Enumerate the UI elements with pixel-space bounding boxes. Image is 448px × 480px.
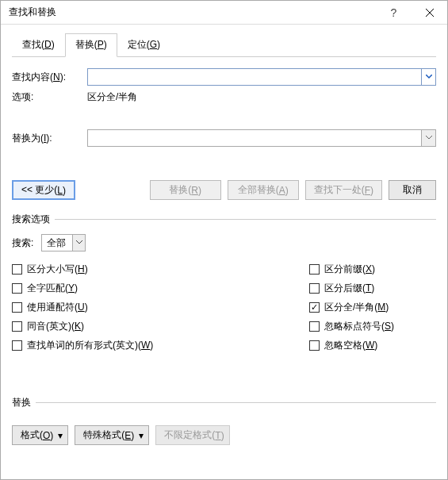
find-row: 查找内容(N): [12, 68, 436, 86]
options-label: 选项: [12, 90, 87, 104]
checkbox-left-1[interactable]: 全字匹配(Y) [12, 278, 309, 298]
dialog-body: 查找(D) 替换(P) 定位(G) 查找内容(N): 选项: 区分全/半角 [1, 25, 447, 456]
checkbox-right-3[interactable]: 忽略标点符号(S) [309, 317, 436, 336]
checkbox-left-2[interactable]: 使用通配符(U) [12, 298, 309, 317]
chevron-down-icon [72, 235, 85, 251]
search-options-legend: 搜索选项 [12, 213, 55, 226]
replace-format-legend: 替换 [12, 396, 36, 409]
replace-row: 替换为(I): [12, 129, 436, 147]
options-value: 区分全/半角 [87, 90, 137, 104]
checkbox-box [309, 340, 320, 351]
caret-down-icon: ▾ [139, 430, 144, 441]
checkbox-right-4[interactable]: 忽略空格(W) [309, 336, 436, 355]
checkbox-box [309, 264, 320, 275]
checkbox-left-4[interactable]: 查找单词的所有形式(英文)(W) [12, 336, 309, 355]
checkbox-box [12, 283, 22, 294]
find-input[interactable] [87, 68, 422, 86]
checkbox-box [309, 321, 320, 332]
find-next-button[interactable]: 查找下一处(F) [305, 180, 382, 200]
checkbox-right-1[interactable]: 区分后缀(T) [309, 278, 436, 298]
chevron-down-icon [426, 136, 432, 140]
checkbox-left-0[interactable]: 区分大小写(H) [12, 259, 309, 278]
chevron-down-icon [426, 75, 432, 79]
tab-replace[interactable]: 替换(P) [65, 33, 117, 57]
replace-history-dropdown[interactable] [422, 129, 436, 147]
cancel-button[interactable]: 取消 [389, 180, 436, 200]
checkbox-right-0[interactable]: 区分前缀(X) [309, 259, 436, 278]
titlebar: 查找和替换 ? [1, 1, 447, 25]
replace-label: 替换为(I): [12, 132, 87, 145]
tabstrip: 查找(D) 替换(P) 定位(G) [12, 33, 436, 57]
checkbox-box [12, 340, 22, 351]
search-direction-select[interactable]: 全部 [41, 234, 86, 252]
replace-button[interactable]: 替换(R) [150, 180, 221, 200]
checkbox-col-right: 区分前缀(X)区分后缀(T)区分全/半角(M)忽略标点符号(S)忽略空格(W) [309, 259, 436, 355]
window-title: 查找和替换 [9, 6, 376, 19]
checkbox-box [12, 302, 22, 313]
checkbox-box [309, 283, 320, 294]
checkbox-label: 区分全/半角(M) [324, 301, 389, 314]
checkbox-label: 使用通配符(U) [27, 301, 88, 314]
search-direction-row: 搜索: 全部 [12, 234, 436, 252]
less-button[interactable]: << 更少(L) [12, 180, 75, 200]
checkbox-label: 全字匹配(Y) [27, 282, 78, 295]
help-button[interactable]: ? [376, 1, 412, 25]
replace-all-button[interactable]: 全部替换(A) [228, 180, 299, 200]
no-format-button[interactable]: 不限定格式(T) [155, 425, 229, 445]
checkbox-label: 区分后缀(T) [324, 282, 374, 295]
search-direction-value: 全部 [42, 236, 72, 250]
tab-goto[interactable]: 定位(G) [117, 33, 170, 57]
special-format-button[interactable]: 特殊格式(E) ▾ [75, 425, 149, 445]
search-direction-label: 搜索: [12, 236, 33, 250]
checkbox-label: 忽略空格(W) [324, 339, 377, 352]
replace-format-group: 替换 格式(O) ▾ 特殊格式(E) ▾ 不限定格式(T) [12, 396, 436, 445]
checkbox-columns: 区分大小写(H)全字匹配(Y)使用通配符(U)同音(英文)(K)查找单词的所有形… [12, 259, 436, 355]
checkbox-left-3[interactable]: 同音(英文)(K) [12, 317, 309, 336]
find-label: 查找内容(N): [12, 71, 87, 84]
close-button[interactable] [412, 1, 447, 25]
replace-input[interactable] [87, 129, 422, 147]
checkbox-box [12, 321, 22, 332]
checkbox-box [12, 264, 22, 275]
tab-find[interactable]: 查找(D) [12, 33, 65, 57]
options-row: 选项: 区分全/半角 [12, 90, 436, 104]
caret-down-icon: ▾ [58, 430, 63, 441]
checkbox-label: 忽略标点符号(S) [324, 320, 394, 333]
checkbox-label: 区分大小写(H) [27, 263, 88, 276]
format-buttons: 格式(O) ▾ 特殊格式(E) ▾ 不限定格式(T) [12, 425, 436, 445]
find-history-dropdown[interactable] [422, 68, 436, 86]
find-replace-dialog: 查找和替换 ? 查找(D) 替换(P) 定位(G) 查找内容(N): [0, 0, 448, 480]
checkbox-col-left: 区分大小写(H)全字匹配(Y)使用通配符(U)同音(英文)(K)查找单词的所有形… [12, 259, 309, 355]
checkbox-label: 查找单词的所有形式(英文)(W) [27, 339, 153, 352]
format-button[interactable]: 格式(O) ▾ [12, 425, 68, 445]
checkbox-label: 区分前缀(X) [324, 263, 375, 276]
checkbox-box [309, 302, 320, 313]
search-options-group: 搜索选项 搜索: 全部 区分大小写(H)全字匹配(Y)使用通配符(U)同音(英文… [12, 213, 436, 355]
action-buttons: << 更少(L) 替换(R) 全部替换(A) 查找下一处(F) 取消 [12, 180, 436, 200]
close-icon [426, 9, 434, 17]
checkbox-label: 同音(英文)(K) [27, 320, 84, 333]
checkbox-right-2[interactable]: 区分全/半角(M) [309, 298, 436, 317]
